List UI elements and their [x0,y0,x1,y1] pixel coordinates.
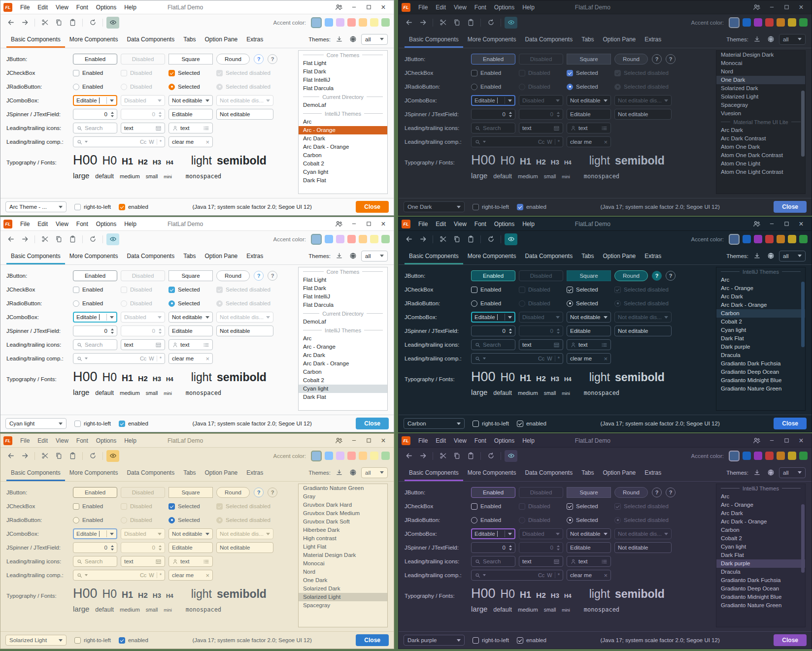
menu-file[interactable]: File [16,0,34,14]
spinner-steppers[interactable] [509,545,512,551]
theme-list-item[interactable]: Dark purple [716,559,805,568]
accent-swatch-2[interactable] [743,452,751,460]
spinner-disabled[interactable]: 0 [121,326,165,336]
close-button[interactable]: Close [774,418,807,429]
download-themes-button[interactable] [751,34,762,45]
github-button[interactable] [765,251,776,261]
enabled-button[interactable]: Enabled [73,270,117,281]
checkbox-selected-disabled[interactable]: Selected disabled [216,287,293,293]
theme-list-item[interactable]: Arc - Orange [716,501,805,509]
themes-filter-select[interactable]: all [779,34,806,45]
paste-button[interactable] [66,450,79,462]
cut-button[interactable] [437,233,449,245]
checkbox-selected[interactable]: Selected [169,287,213,293]
right-to-left-checkbox[interactable]: right-to-left [473,204,509,210]
checkbox-selected[interactable]: Selected [169,70,213,76]
theme-list-item[interactable]: Arc Dark [299,134,387,143]
theme-list-item[interactable]: Arc [716,276,805,284]
whole-word-button[interactable]: W [149,572,154,578]
tab-data-components[interactable]: Data Components [520,247,577,264]
tab-basic-components[interactable]: Basic Components [6,464,65,481]
checkbox-enabled[interactable]: Enabled [73,70,117,76]
checkbox-disabled[interactable]: Disabled [519,287,563,293]
chevron-down-icon[interactable] [85,574,88,576]
square-button[interactable]: Square [169,270,213,281]
enabled-checkbox[interactable]: enabled [517,421,546,427]
accent-swatch-2[interactable] [743,18,751,27]
theme-list-item[interactable]: Dark Flat [716,334,805,343]
accent-swatch-7[interactable] [381,452,390,460]
theme-list-item[interactable]: Material Design Dark [716,51,805,59]
chevron-down-icon[interactable] [483,358,486,359]
menu-font[interactable]: Font [72,434,92,448]
download-themes-button[interactable] [334,467,344,478]
github-button[interactable] [765,467,776,478]
github-button[interactable] [765,34,776,45]
download-themes-button[interactable] [334,251,344,261]
square-button[interactable]: Square [567,54,611,65]
theme-list-item[interactable]: Arc [299,334,387,343]
whole-word-button[interactable]: W [547,139,552,145]
theme-combobox[interactable]: Dark purple [404,635,465,646]
paste-button[interactable] [66,17,79,29]
theme-list-item[interactable]: Flat Dark [299,67,387,76]
tab-tabs[interactable]: Tabs [577,247,598,264]
theme-list-item[interactable]: Solarized Dark [716,84,805,93]
textfield-not-editable[interactable]: Not editable [614,109,672,120]
regex-button[interactable]: * [558,572,560,578]
radio-enabled[interactable]: Enabled [471,300,515,307]
tab-option-pane[interactable]: Option Pane [201,247,242,264]
checkbox-disabled[interactable]: Disabled [121,503,165,510]
combobox-editable[interactable]: Editable [471,95,515,106]
theme-list-item[interactable]: Flat IntelliJ [299,76,387,84]
tab-extras[interactable]: Extras [640,464,666,481]
theme-list-item[interactable]: High contrast [299,534,387,543]
theme-list-item[interactable]: Cobalt 2 [716,534,805,543]
tab-data-components[interactable]: Data Components [520,464,577,481]
close-button[interactable]: Close [356,418,389,429]
combobox-not-editable-disabled[interactable]: Not editable dis... [216,528,273,539]
search-options-field[interactable]: Cc W * [73,136,165,147]
menu-help[interactable]: Help [120,434,140,448]
maximize-button[interactable] [361,434,376,447]
tab-more-components[interactable]: More Components [463,31,521,48]
close-window-button[interactable]: × [794,218,809,230]
theme-list-item[interactable]: Dark Flat [299,393,387,401]
accent-swatch-1[interactable] [729,17,740,28]
clear-me-field[interactable]: clear me × [567,136,611,147]
forward-button[interactable] [416,233,429,245]
menu-edit[interactable]: Edit [432,217,450,231]
minimize-button[interactable] [346,434,361,447]
clear-icon[interactable]: × [604,355,608,362]
text-field-trailing-icon[interactable]: text [519,123,563,133]
help-button-secondary[interactable]: ? [666,488,676,497]
combobox-not-editable[interactable]: Not editable [567,95,611,106]
disabled-button[interactable]: Disabled [519,54,563,65]
theme-list-item[interactable]: Flat Light [299,59,387,67]
text-field-trailing-icon[interactable]: text [519,556,563,567]
accent-swatch-3[interactable] [336,235,344,243]
tab-tabs[interactable]: Tabs [577,464,598,481]
clear-icon[interactable]: × [205,355,209,362]
show-hidden-toggle[interactable] [106,233,119,245]
users-icon[interactable] [749,1,764,14]
theme-list-item[interactable]: Cobalt 2 [299,160,387,168]
whole-word-button[interactable]: W [547,572,552,578]
checkbox-selected[interactable]: Selected [169,503,213,510]
maximize-button[interactable] [779,1,794,14]
minimize-button[interactable] [764,218,779,230]
match-case-button[interactable]: Cc [538,139,544,145]
back-button[interactable] [4,450,17,462]
close-button[interactable]: Close [356,634,389,646]
regex-button[interactable]: * [558,139,560,145]
spinner-disabled[interactable]: 0 [519,109,563,120]
combobox-editable[interactable]: Editable [73,95,117,106]
tab-basic-components[interactable]: Basic Components [6,31,65,48]
download-themes-button[interactable] [334,34,344,45]
accent-swatch-4[interactable] [765,18,774,27]
radio-selected[interactable]: Selected [567,517,611,523]
spinner-steppers[interactable] [509,112,512,117]
radio-disabled[interactable]: Disabled [519,300,563,307]
theme-list-item[interactable]: Nord [716,67,805,76]
clear-me-field[interactable]: clear me × [567,353,611,364]
